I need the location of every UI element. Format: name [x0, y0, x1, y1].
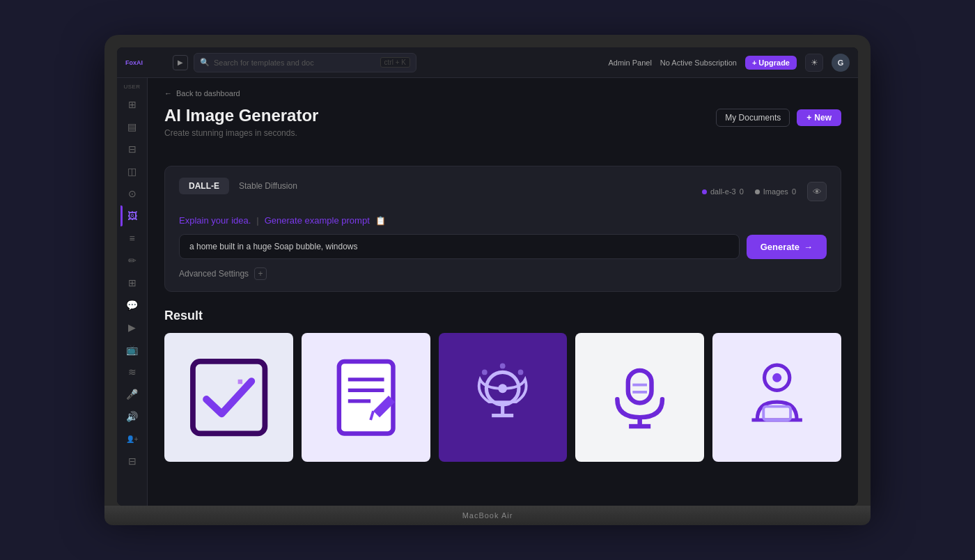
image-icon: 🖼: [127, 210, 137, 221]
results-title: Result: [164, 309, 841, 323]
explain-label: Explain your idea.: [179, 215, 251, 226]
sidebar-item-gallery[interactable]: ⊞: [120, 272, 144, 293]
laptop-brand: MacBook Air: [462, 511, 513, 520]
microphone-svg: [595, 352, 685, 442]
laptop-base: MacBook Air: [104, 506, 871, 525]
rss-icon: ≋: [128, 366, 136, 378]
sidebar-item-audio[interactable]: 🔊: [120, 406, 144, 427]
advanced-settings-label: Advanced Settings: [179, 269, 249, 279]
sidebar-item-media[interactable]: 📺: [120, 339, 144, 360]
upgrade-button[interactable]: + Upgrade: [745, 56, 797, 70]
sidebar-item-docs[interactable]: ▤: [120, 116, 144, 137]
arrow-icon: →: [804, 242, 813, 252]
topbar-right: Admin Panel No Active Subscription + Upg…: [608, 54, 850, 72]
laptop-bezel: FoxAI ▶ 🔍 Search for templates and doc c…: [104, 35, 871, 506]
content-area: ← Back to dashboard AI Image Generator C…: [148, 78, 858, 506]
video-icon: ⊙: [128, 188, 136, 199]
generate-label: Generate: [760, 242, 800, 252]
generator-card: DALL-E Stable Diffusion dall-e-3 0: [164, 166, 841, 292]
sidebar-item-rss[interactable]: ≋: [120, 361, 144, 382]
generate-button[interactable]: Generate →: [747, 235, 827, 259]
eye-icon: 👁: [813, 187, 822, 197]
sidebar-section-label: USER: [123, 84, 140, 90]
avatar-letter: G: [838, 59, 844, 67]
sidebar-item-video[interactable]: ⊙: [120, 183, 144, 204]
logo-text: FoxAI: [125, 59, 143, 66]
back-label: Back to dashboard: [176, 89, 240, 98]
page-header: AI Image Generator Create stunning image…: [164, 106, 841, 152]
result-image-5[interactable]: [712, 333, 841, 462]
sidebar-item-edit[interactable]: ✏: [120, 250, 144, 271]
dall-e-tab[interactable]: DALL-E: [179, 178, 229, 194]
card-meta: dall-e-3 0 Images 0 👁: [702, 182, 827, 201]
sidebar-toggle-button[interactable]: ▶: [173, 55, 188, 70]
docs-icon: ▤: [127, 121, 136, 132]
generate-example-link[interactable]: Generate example prompt: [265, 215, 370, 226]
result-image-3[interactable]: [439, 333, 568, 462]
checkmark-svg: [184, 352, 274, 442]
app-logo: FoxAI: [125, 59, 167, 66]
page-title: AI Image Generator: [164, 106, 318, 125]
result-image-2[interactable]: [302, 333, 430, 462]
eye-button[interactable]: 👁: [807, 182, 827, 201]
laptop-screen: FoxAI ▶ 🔍 Search for templates and doc c…: [117, 47, 858, 506]
svg-point-12: [482, 369, 488, 375]
sidebar-item-grid[interactable]: ⊞: [120, 94, 144, 115]
no-subscription-label[interactable]: No Active Subscription: [660, 59, 737, 67]
search-placeholder: Search for templates and doc: [214, 59, 314, 67]
model-dot: [702, 189, 707, 194]
sun-icon: ☀: [811, 58, 818, 68]
separator: |: [256, 215, 258, 226]
topbar: FoxAI ▶ 🔍 Search for templates and doc c…: [117, 47, 858, 78]
search-icon: 🔍: [200, 58, 210, 67]
prompt-label: Explain your idea. | Generate example pr…: [179, 215, 827, 226]
result-image-4[interactable]: [575, 333, 704, 462]
sidebar-item-team[interactable]: 👤+: [120, 428, 144, 449]
back-arrow-icon: ←: [164, 89, 172, 98]
model-meta: dall-e-3 0: [702, 187, 744, 196]
media-icon: 📺: [126, 344, 138, 355]
results-section: Result: [164, 309, 841, 462]
sidebar-item-settings[interactable]: ⊟: [120, 451, 144, 472]
sidebar-item-video2[interactable]: ▶: [120, 317, 144, 338]
chat-icon: 💬: [126, 300, 138, 311]
templates-icon: ⊟: [128, 143, 136, 155]
avatar[interactable]: G: [832, 54, 850, 72]
plus-icon: +: [806, 113, 811, 123]
sidebar-item-list[interactable]: ≡: [120, 228, 144, 249]
sidebar-item-chat[interactable]: 💬: [120, 295, 144, 316]
results-grid: [164, 333, 841, 462]
svg-point-13: [518, 369, 524, 375]
svg-point-14: [500, 363, 506, 368]
result-image-1[interactable]: [164, 333, 293, 462]
main-layout: USER ⊞ ▤ ⊟ ◫ ⊙ 🖼 ≡ ✏ ⊞ 💬 ▶ 📺 ≋: [117, 78, 858, 506]
prompt-input[interactable]: [179, 234, 740, 259]
admin-panel-link[interactable]: Admin Panel: [608, 59, 651, 67]
pages-icon: ◫: [127, 166, 136, 177]
active-bar: [120, 205, 123, 226]
edit-icon: ✏: [128, 255, 136, 266]
model-name: dall-e-3: [710, 187, 736, 196]
svg-rect-2: [338, 361, 393, 433]
theme-toggle-button[interactable]: ☀: [805, 54, 823, 72]
new-document-button[interactable]: + New: [797, 109, 841, 126]
sidebar-item-mic[interactable]: 🎤: [120, 384, 144, 405]
settings-icon: ⊟: [128, 456, 136, 467]
stable-diffusion-tab[interactable]: Stable Diffusion: [229, 178, 307, 194]
trophy-svg: [458, 352, 547, 442]
audio-icon: 🔊: [126, 411, 138, 422]
my-documents-button[interactable]: My Documents: [716, 109, 790, 127]
model-count: 0: [740, 187, 744, 196]
person-svg: [732, 352, 822, 442]
advanced-settings-row[interactable]: Advanced Settings +: [179, 267, 827, 280]
sidebar-item-image[interactable]: 🖼: [120, 205, 144, 226]
team-icon: 👤+: [126, 435, 139, 443]
document-svg: [321, 352, 411, 442]
back-to-dashboard-link[interactable]: ← Back to dashboard: [164, 89, 841, 98]
sidebar-item-templates[interactable]: ⊟: [120, 139, 144, 160]
grid-icon: ⊞: [128, 99, 136, 110]
laptop-wrapper: FoxAI ▶ 🔍 Search for templates and doc c…: [104, 35, 871, 525]
model-tabs-row: DALL-E Stable Diffusion dall-e-3 0: [179, 178, 827, 205]
sidebar-item-pages[interactable]: ◫: [120, 161, 144, 182]
search-bar[interactable]: 🔍 Search for templates and doc ctrl + K: [194, 53, 416, 72]
